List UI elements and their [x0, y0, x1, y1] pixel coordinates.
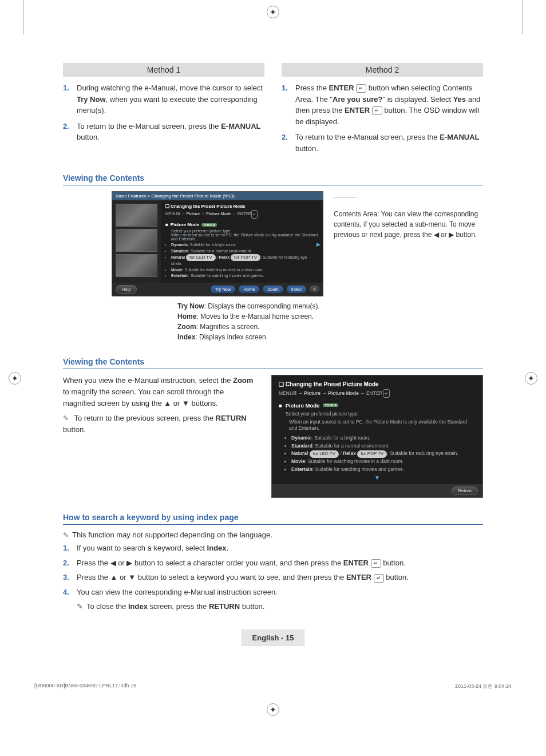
close-button[interactable]: X: [310, 286, 319, 293]
note-icon: ✎: [77, 601, 83, 612]
close-note-return: RETURN: [209, 602, 240, 611]
indd-timestamp: 2011-03-24 오전 9:04:24: [455, 683, 512, 690]
thumbnail-image[interactable]: [116, 254, 157, 277]
help-button[interactable]: Help: [116, 285, 137, 294]
howto-s1-c: .: [227, 544, 229, 552]
ui1-relax-label: Relax: [219, 255, 230, 259]
ui2-standard-text: : Suitable for a normal environment.: [312, 443, 390, 449]
ui2-natural-label: Natural: [291, 450, 308, 456]
caption-index-label: Index: [177, 333, 195, 341]
led-badge: for LED TV: [186, 254, 215, 261]
trynow-button[interactable]: Try Now: [211, 286, 236, 293]
howto-s2-a: Press the ◀ or ▶ button to select a char…: [77, 559, 343, 567]
ui2-path-enter: ENTER: [366, 390, 383, 395]
close-note-c: screen, press the: [148, 602, 209, 611]
caption-home-label: Home: [177, 312, 196, 320]
ui2-content-title: Changing the Preset Picture Mode: [286, 381, 379, 387]
ui1-path-picture: Picture: [187, 212, 200, 216]
method2-header: Method 2: [282, 63, 483, 77]
enter-icon: ↵: [374, 574, 384, 583]
howto-s3-a: Press the ▲ or ▼ button to select a keyw…: [77, 573, 346, 581]
caption-trynow-text: : Displays the corresponding menu(s).: [204, 302, 320, 310]
emanual-screenshot-2: ❏ Changing the Preset Picture Mode MENUⅢ…: [271, 375, 483, 498]
howto-s2-c: button.: [381, 559, 406, 567]
howto-s3-num: 3.: [63, 572, 77, 583]
ui1-content-title: Changing the Preset Picture Mode: [171, 204, 245, 209]
contents-area-description: Contents Area: You can view the correspo…: [334, 197, 483, 240]
howto-s2-enter: ENTER: [343, 559, 369, 567]
m1-step2-text-a: To return to the e-Manual screen, press …: [77, 122, 221, 130]
close-note-e: button.: [240, 602, 264, 611]
home-button[interactable]: Home: [239, 286, 259, 293]
howto-s1-index: Index: [207, 544, 227, 552]
enter-icon: ↵: [356, 84, 366, 93]
enter-icon: ↵: [372, 106, 382, 115]
howto-s4-num: 4.: [63, 587, 77, 598]
zoom-note-a: To return to the previous screen, press …: [74, 414, 215, 422]
enter-icon: ↵: [371, 559, 381, 568]
zoom-para-b: Zoom: [233, 376, 253, 385]
zoom-para-a: When you view the e-Manual instruction, …: [63, 376, 233, 385]
ui1-pc-note: When an input source is set to PC, the P…: [171, 233, 318, 241]
return-button[interactable]: Return: [452, 486, 478, 495]
close-note-index: Index: [128, 602, 148, 611]
m2-step1-num: 1.: [282, 82, 295, 127]
m1-step1-trynow: Try Now: [77, 95, 106, 104]
m2-step1-enter2: ENTER: [345, 106, 370, 114]
enter-icon: ↵: [383, 389, 390, 398]
zoom-note-return: RETURN: [216, 414, 247, 422]
zoom-button[interactable]: Zoom: [263, 286, 283, 293]
thumbnail-image[interactable]: [116, 204, 157, 227]
m2-step1-a: Press the: [295, 84, 329, 92]
m2-step2-a: To return to the e-Manual screen, press …: [295, 133, 440, 141]
ui2-path-picture: Picture: [304, 390, 321, 395]
ui2-standard-label: Standard: [291, 443, 312, 449]
howto-s3-enter: ENTER: [346, 573, 371, 581]
caption-zoom-text: : Magnifies a screen.: [196, 323, 260, 331]
m2-step2-emanual: E-MANUAL: [440, 133, 479, 141]
howto-s2-num: 2.: [63, 557, 77, 569]
m1-step2-text-c: button.: [77, 133, 100, 141]
m1-step1-num: 1.: [63, 82, 77, 116]
index-button[interactable]: Index: [287, 286, 306, 293]
ui2-pc-note: When an input source is set to PC, the P…: [289, 419, 476, 433]
thumbnail-image[interactable]: [116, 229, 157, 252]
ui1-thumbnail-sidebar: [112, 200, 161, 283]
ui2-relax-label: Relax: [343, 450, 356, 456]
m1-step2-emanual: E-MANUAL: [221, 122, 260, 130]
pdp-badge: for PDP TV: [357, 450, 387, 458]
m2-step2-c: button.: [295, 144, 318, 153]
caption-home-text: : Moves to the e-Manual home screen.: [196, 312, 314, 320]
m1-step2-num: 2.: [63, 121, 77, 143]
ui2-movie-label: Movie: [291, 458, 305, 464]
howto-lang-note: This function may not supported dependin…: [63, 531, 483, 539]
caption-trynow-label: Try Now: [177, 302, 204, 310]
howto-s1-num: 1.: [63, 543, 77, 554]
ui1-movie-label: Movie: [171, 268, 183, 272]
howto-s1-a: If you want to search a keyword, select: [77, 544, 207, 552]
pdp-badge: for PDP TV: [231, 254, 260, 261]
arrow-icon: →: [232, 212, 238, 216]
page-number: English - 15: [242, 630, 305, 646]
m2-step1-yes: Yes: [453, 95, 466, 104]
ui2-select-note: Select your preferred picture type.: [286, 411, 476, 417]
ui2-entertain-text: : Suitable for watching movies and games…: [312, 466, 404, 472]
section-viewing-contents-2: Viewing the Contents: [63, 357, 483, 369]
m2-step1-enter: ENTER: [329, 84, 354, 92]
ui1-dynamic-text: : Suitable for a bright room.: [188, 243, 236, 247]
howto-s3-c: button.: [384, 573, 409, 581]
caption-index-text: : Displays index screen.: [195, 333, 268, 341]
ui1-path-pm: Picture Mode: [206, 212, 231, 216]
ui2-path-menu: MENU: [279, 390, 293, 395]
ui1-movie-text: : Suitable for watching movies in a dark…: [183, 268, 264, 272]
chevron-down-icon[interactable]: ▼: [279, 474, 476, 481]
ui1-standard-text: : Suitable for a normal environment.: [188, 249, 252, 253]
ui1-natural-label: Natural: [171, 255, 185, 259]
ui2-movie-text: : Suitable for watching movies in a dark…: [305, 458, 403, 464]
ui2-dynamic-label: Dynamic: [291, 435, 311, 441]
ui2-dynamic-text: : Suitable for a bright room.: [311, 435, 370, 441]
led-badge: for LED TV: [310, 450, 339, 458]
chevron-right-icon[interactable]: ▶: [316, 242, 321, 247]
tools-tag: TOOLS: [201, 223, 217, 227]
ui2-entertain-label: Entertain: [291, 466, 312, 472]
